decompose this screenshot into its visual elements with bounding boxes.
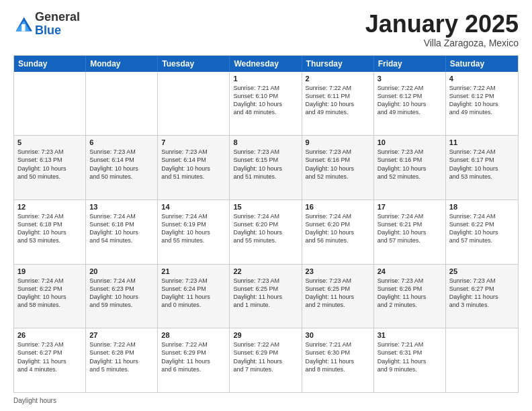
day-cell-23: 23Sunrise: 7:23 AM Sunset: 6:25 PM Dayli…	[302, 265, 374, 328]
logo-text: General Blue	[35, 11, 80, 38]
day-number: 14	[161, 203, 226, 211]
day-cell-2: 2Sunrise: 7:22 AM Sunset: 6:11 PM Daylig…	[302, 72, 374, 136]
day-info: Sunrise: 7:22 AM Sunset: 6:12 PM Dayligh…	[378, 84, 442, 117]
day-number: 8	[233, 138, 298, 146]
day-cell-31: 31Sunrise: 7:21 AM Sunset: 6:31 PM Dayli…	[374, 328, 446, 392]
day-cell-25: 25Sunrise: 7:23 AM Sunset: 6:27 PM Dayli…	[446, 265, 518, 328]
day-number: 28	[161, 331, 226, 339]
day-cell-15: 15Sunrise: 7:24 AM Sunset: 6:20 PM Dayli…	[230, 200, 302, 264]
day-number: 27	[89, 331, 154, 339]
header-day-friday: Friday	[374, 56, 446, 72]
day-cell-24: 24Sunrise: 7:23 AM Sunset: 6:26 PM Dayli…	[374, 265, 446, 328]
header-day-thursday: Thursday	[302, 56, 374, 72]
day-info: Sunrise: 7:22 AM Sunset: 6:29 PM Dayligh…	[233, 340, 298, 373]
day-info: Sunrise: 7:22 AM Sunset: 6:28 PM Dayligh…	[89, 340, 154, 373]
day-number: 23	[306, 267, 370, 275]
logo-general-text: General	[35, 10, 80, 24]
footer: Daylight hours	[13, 397, 519, 404]
day-number: 24	[378, 267, 442, 275]
day-info: Sunrise: 7:23 AM Sunset: 6:13 PM Dayligh…	[17, 148, 82, 181]
day-info: Sunrise: 7:23 AM Sunset: 6:27 PM Dayligh…	[17, 340, 82, 373]
day-cell-5: 5Sunrise: 7:23 AM Sunset: 6:13 PM Daylig…	[14, 136, 86, 199]
day-number: 3	[378, 75, 442, 83]
day-number: 7	[161, 138, 226, 146]
day-cell-10: 10Sunrise: 7:23 AM Sunset: 6:16 PM Dayli…	[374, 136, 446, 199]
day-cell-28: 28Sunrise: 7:22 AM Sunset: 6:29 PM Dayli…	[158, 328, 230, 392]
day-number: 12	[17, 203, 82, 211]
day-info: Sunrise: 7:24 AM Sunset: 6:21 PM Dayligh…	[378, 212, 442, 245]
day-info: Sunrise: 7:23 AM Sunset: 6:14 PM Dayligh…	[161, 148, 226, 181]
day-cell-20: 20Sunrise: 7:24 AM Sunset: 6:23 PM Dayli…	[86, 265, 158, 328]
day-number: 19	[17, 267, 82, 275]
day-cell-3: 3Sunrise: 7:22 AM Sunset: 6:12 PM Daylig…	[374, 72, 446, 136]
calendar-body: 1Sunrise: 7:21 AM Sunset: 6:10 PM Daylig…	[14, 72, 518, 392]
day-number: 22	[233, 267, 298, 275]
day-info: Sunrise: 7:23 AM Sunset: 6:14 PM Dayligh…	[89, 148, 154, 181]
day-info: Sunrise: 7:24 AM Sunset: 6:22 PM Dayligh…	[17, 277, 82, 310]
day-number: 15	[233, 203, 298, 211]
day-cell-13: 13Sunrise: 7:24 AM Sunset: 6:18 PM Dayli…	[86, 200, 158, 264]
day-info: Sunrise: 7:21 AM Sunset: 6:31 PM Dayligh…	[378, 340, 442, 373]
day-info: Sunrise: 7:24 AM Sunset: 6:17 PM Dayligh…	[449, 148, 515, 181]
day-cell-12: 12Sunrise: 7:24 AM Sunset: 6:18 PM Dayli…	[14, 200, 86, 264]
day-cell-18: 18Sunrise: 7:24 AM Sunset: 6:22 PM Dayli…	[446, 200, 518, 264]
day-number: 17	[378, 203, 442, 211]
day-info: Sunrise: 7:24 AM Sunset: 6:18 PM Dayligh…	[89, 212, 154, 245]
day-number: 9	[306, 138, 370, 146]
day-info: Sunrise: 7:21 AM Sunset: 6:10 PM Dayligh…	[233, 84, 298, 117]
title-block: January 2025 Villa Zaragoza, Mexico	[365, 11, 519, 48]
day-info: Sunrise: 7:24 AM Sunset: 6:18 PM Dayligh…	[17, 212, 82, 245]
day-info: Sunrise: 7:22 AM Sunset: 6:29 PM Dayligh…	[161, 340, 226, 373]
header: General Blue January 2025 Villa Zaragoza…	[13, 11, 519, 48]
day-cell-21: 21Sunrise: 7:23 AM Sunset: 6:24 PM Dayli…	[158, 265, 230, 328]
empty-cell-0-1	[86, 72, 158, 136]
day-number: 26	[17, 331, 82, 339]
calendar-row-0: 1Sunrise: 7:21 AM Sunset: 6:10 PM Daylig…	[14, 72, 518, 136]
calendar-row-1: 5Sunrise: 7:23 AM Sunset: 6:13 PM Daylig…	[14, 135, 518, 199]
page: General Blue January 2025 Villa Zaragoza…	[0, 0, 532, 411]
day-cell-16: 16Sunrise: 7:24 AM Sunset: 6:20 PM Dayli…	[302, 200, 374, 264]
day-cell-14: 14Sunrise: 7:24 AM Sunset: 6:19 PM Dayli…	[158, 200, 230, 264]
day-info: Sunrise: 7:23 AM Sunset: 6:16 PM Dayligh…	[378, 148, 442, 181]
day-info: Sunrise: 7:22 AM Sunset: 6:12 PM Dayligh…	[449, 84, 515, 117]
day-cell-30: 30Sunrise: 7:21 AM Sunset: 6:30 PM Dayli…	[302, 328, 374, 392]
day-cell-27: 27Sunrise: 7:22 AM Sunset: 6:28 PM Dayli…	[86, 328, 158, 392]
day-info: Sunrise: 7:24 AM Sunset: 6:20 PM Dayligh…	[233, 212, 298, 245]
empty-cell-0-0	[14, 72, 86, 136]
location-subtitle: Villa Zaragoza, Mexico	[365, 38, 519, 48]
calendar-header-row: SundayMondayTuesdayWednesdayThursdayFrid…	[14, 56, 518, 72]
svg-rect-2	[21, 24, 25, 32]
header-day-sunday: Sunday	[14, 56, 86, 72]
day-number: 1	[233, 75, 298, 83]
day-number: 2	[306, 75, 370, 83]
day-number: 25	[449, 267, 515, 275]
header-day-monday: Monday	[86, 56, 158, 72]
day-number: 6	[89, 138, 154, 146]
footer-text: Daylight hours	[13, 397, 56, 404]
day-cell-19: 19Sunrise: 7:24 AM Sunset: 6:22 PM Dayli…	[14, 265, 86, 328]
day-cell-22: 22Sunrise: 7:23 AM Sunset: 6:25 PM Dayli…	[230, 265, 302, 328]
empty-cell-4-6	[446, 328, 518, 392]
month-title: January 2025	[365, 11, 519, 38]
logo-icon	[13, 15, 32, 34]
day-cell-26: 26Sunrise: 7:23 AM Sunset: 6:27 PM Dayli…	[14, 328, 86, 392]
day-number: 29	[233, 331, 298, 339]
day-cell-8: 8Sunrise: 7:23 AM Sunset: 6:15 PM Daylig…	[230, 136, 302, 199]
day-cell-1: 1Sunrise: 7:21 AM Sunset: 6:10 PM Daylig…	[230, 72, 302, 136]
day-info: Sunrise: 7:21 AM Sunset: 6:30 PM Dayligh…	[306, 340, 370, 373]
header-day-tuesday: Tuesday	[158, 56, 230, 72]
day-number: 18	[449, 203, 515, 211]
header-day-wednesday: Wednesday	[230, 56, 302, 72]
header-day-saturday: Saturday	[446, 56, 518, 72]
day-info: Sunrise: 7:23 AM Sunset: 6:24 PM Dayligh…	[161, 277, 226, 310]
day-info: Sunrise: 7:23 AM Sunset: 6:27 PM Dayligh…	[449, 277, 515, 310]
logo: General Blue	[13, 11, 80, 38]
day-info: Sunrise: 7:23 AM Sunset: 6:25 PM Dayligh…	[233, 277, 298, 310]
day-cell-9: 9Sunrise: 7:23 AM Sunset: 6:16 PM Daylig…	[302, 136, 374, 199]
day-info: Sunrise: 7:22 AM Sunset: 6:11 PM Dayligh…	[306, 84, 370, 117]
day-cell-7: 7Sunrise: 7:23 AM Sunset: 6:14 PM Daylig…	[158, 136, 230, 199]
calendar-row-3: 19Sunrise: 7:24 AM Sunset: 6:22 PM Dayli…	[14, 264, 518, 328]
day-number: 5	[17, 138, 82, 146]
day-info: Sunrise: 7:23 AM Sunset: 6:25 PM Dayligh…	[306, 277, 370, 310]
day-number: 4	[449, 75, 515, 83]
